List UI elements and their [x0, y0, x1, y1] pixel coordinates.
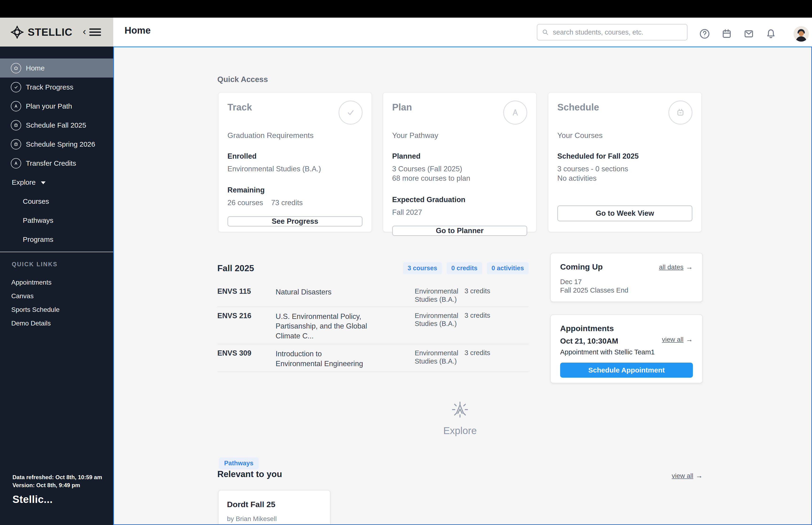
sidebar-item-label: Track Progress: [26, 83, 73, 91]
course-title: Natural Disasters: [276, 287, 415, 304]
sidebar-item-schedule-fall-2025[interactable]: Schedule Fall 2025: [0, 116, 113, 135]
appointments-title: Appointments: [560, 324, 693, 333]
sidebar-item-label: Schedule Fall 2025: [26, 121, 86, 129]
sidebar-item-label: Home: [26, 64, 45, 72]
sidebar-item-track-progress[interactable]: Track Progress: [0, 77, 113, 96]
check-circle-icon: [339, 101, 363, 124]
quick-links-heading: QUICK LINKS: [12, 261, 58, 268]
course-title: Introduction to Environmental Engineerin…: [276, 349, 415, 369]
coming-up-card: Coming Up all dates→ Dec 17 Fall 2025 Cl…: [550, 253, 703, 302]
sidebar-item-explore[interactable]: Explore: [0, 173, 113, 192]
header-icons: [699, 26, 809, 42]
explore-label: Explore: [443, 425, 477, 436]
header: Home: [113, 18, 812, 46]
stellic-wordmark: Stellic...: [13, 494, 102, 505]
plan-card: Plan Your Pathway Planned 3 Courses (Fal…: [383, 92, 537, 232]
quick-access-heading: Quick Access: [217, 75, 268, 84]
sidebar-item-pathways[interactable]: Pathways: [0, 211, 113, 230]
card-subtitle: Your Pathway: [392, 131, 527, 140]
pathway-author: by Brian Mikesell: [227, 515, 322, 523]
sidebar-item-plan-your-path[interactable]: Plan your Path: [0, 96, 113, 116]
expected-graduation-label: Expected Graduation: [392, 196, 527, 204]
pathway-card-dordt[interactable]: Dordt Fall 25 by Brian Mikesell: [218, 490, 331, 525]
sidebar: Home Track Progress Plan your Path: [0, 46, 113, 525]
sidebar-item-label: Schedule Spring 2026: [26, 140, 95, 148]
course-row[interactable]: ENVS 115 Natural Disasters Environmental…: [217, 283, 528, 307]
coming-up-date: Dec 17: [560, 278, 693, 286]
enrolled-value: Environmental Studies (B.A.): [227, 164, 363, 174]
pathway-title: Dordt Fall 25: [227, 500, 322, 509]
schedule-icon: [11, 120, 21, 131]
expected-graduation-value: Fall 2027: [392, 208, 527, 217]
course-row[interactable]: ENVS 216 U.S. Environmental Policy, Part…: [217, 307, 528, 345]
course-credits: 3 credits: [464, 312, 528, 341]
sidebar-item-label: Plan your Path: [26, 102, 72, 110]
quick-link-sports-schedule[interactable]: Sports Schedule: [0, 303, 113, 317]
appointment-description: Appointment with Stellic Team1: [560, 348, 693, 356]
quick-link-canvas[interactable]: Canvas: [0, 289, 113, 303]
course-credits: 3 credits: [464, 287, 528, 304]
arrow-right-icon: →: [686, 263, 693, 271]
sidebar-item-schedule-spring-2026[interactable]: Schedule Spring 2026: [0, 135, 113, 154]
search-input[interactable]: [552, 28, 683, 36]
logo-wordmark: STELLIC: [28, 26, 72, 38]
planned-value: 3 Courses (Fall 2025) 68 more courses to…: [392, 164, 527, 183]
bell-icon[interactable]: [765, 28, 777, 40]
hamburger-menu-icon[interactable]: [88, 28, 102, 37]
navigate-icon: [11, 158, 21, 168]
fall-2025-heading: Fall 2025: [217, 264, 254, 273]
course-code: ENVS 115: [217, 287, 276, 304]
fall-2025-course-table: ENVS 115 Natural Disasters Environmental…: [217, 283, 528, 372]
calendar-icon[interactable]: [721, 28, 732, 40]
go-to-week-view-button[interactable]: Go to Week View: [557, 205, 692, 221]
data-refreshed-text: Data refreshed: Oct 8th, 10:59 am: [13, 473, 102, 481]
search-box[interactable]: [537, 24, 688, 41]
sidebar-nav: Home Track Progress Plan your Path: [0, 59, 113, 249]
sidebar-footer: Data refreshed: Oct 8th, 10:59 am Versio…: [13, 473, 102, 505]
chevron-down-icon: [41, 181, 46, 186]
stellic-home-page: STELLIC ‹ Home: [0, 0, 812, 525]
course-row[interactable]: ENVS 309 Introduction to Environmental E…: [217, 344, 528, 372]
scheduled-label: Scheduled for Fall 2025: [557, 152, 692, 161]
view-all-appointments-link[interactable]: view all→: [662, 335, 693, 343]
course-program: Environmental Studies (B.A.): [415, 287, 464, 304]
pathways-tab[interactable]: Pathways: [219, 457, 259, 469]
sidebar-item-transfer-credits[interactable]: Transfer Credits: [0, 154, 113, 173]
sidebar-item-label: Transfer Credits: [26, 159, 76, 167]
coming-up-event: Fall 2025 Classes End: [560, 286, 693, 295]
scheduled-value: 3 courses - 0 sections No activities: [557, 164, 692, 183]
check-icon: [11, 82, 21, 92]
track-card: Track Graduation Requirements Enrolled E…: [218, 92, 372, 232]
fall-2025-header: Fall 2025 3 courses 0 credits 0 activiti…: [217, 262, 528, 274]
all-dates-link[interactable]: all dates→: [659, 263, 693, 271]
credits-badge: 0 credits: [447, 262, 482, 274]
schedule-card: Schedule Your Courses Scheduled for Fall…: [548, 92, 702, 232]
courses-badge: 3 courses: [403, 262, 442, 274]
sidebar-item-label: Courses: [23, 197, 49, 205]
fall-2025-badges: 3 courses 0 credits 0 activities: [403, 262, 528, 274]
sidebar-item-home[interactable]: Home: [0, 59, 113, 77]
main-content: Quick Access Track Graduation Requiremen…: [113, 46, 812, 525]
help-icon[interactable]: [699, 28, 710, 40]
course-program: Environmental Studies (B.A.): [415, 312, 464, 341]
appointments-card: Appointments Oct 21, 10:30AM view all→ A…: [550, 314, 703, 383]
card-title: Track: [227, 102, 252, 112]
view-all-relevant-link[interactable]: view all→: [672, 472, 703, 480]
quick-link-appointments[interactable]: Appointments: [0, 276, 113, 289]
schedule-appointment-button[interactable]: Schedule Appointment: [560, 363, 693, 378]
sidebar-item-label: Explore: [12, 178, 36, 186]
course-title: U.S. Environmental Policy, Partisanship,…: [276, 312, 415, 341]
version-text: Version: Oct 8th, 9:49 pm: [13, 481, 102, 489]
quick-link-demo-details[interactable]: Demo Details: [0, 317, 113, 330]
sidebar-item-programs[interactable]: Programs: [0, 230, 113, 249]
arrow-right-icon: →: [686, 335, 693, 343]
card-subtitle: Your Courses: [557, 131, 692, 140]
card-title: Schedule: [557, 102, 599, 112]
mail-icon[interactable]: [743, 28, 754, 40]
collapse-sidebar-icon[interactable]: ‹: [83, 27, 86, 36]
sidebar-item-courses[interactable]: Courses: [0, 192, 113, 211]
go-to-planner-button[interactable]: Go to Planner: [392, 226, 527, 236]
course-code: ENVS 216: [217, 312, 276, 341]
see-progress-button[interactable]: See Progress: [227, 216, 363, 227]
user-avatar[interactable]: [794, 26, 809, 42]
